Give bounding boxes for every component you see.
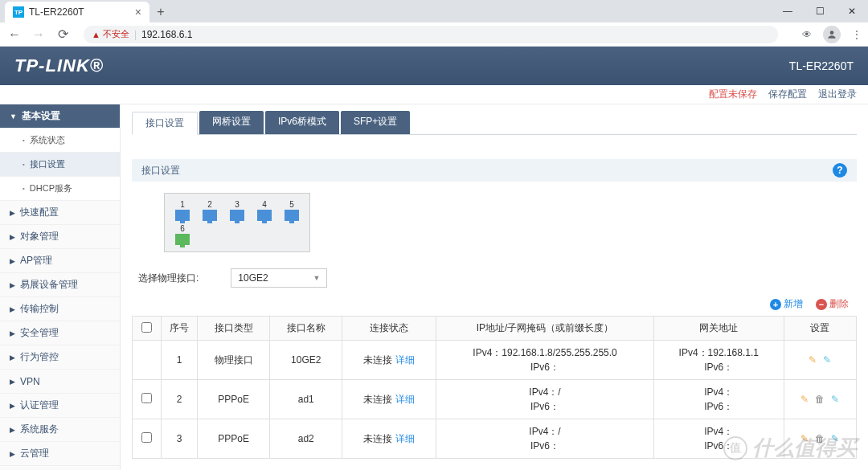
caret-icon: ▶ [10,209,15,217]
cell-no: 1 [162,341,198,380]
ethernet-port-icon [285,210,299,221]
back-icon[interactable]: ← [6,27,23,42]
content-tab[interactable]: 接口设置 [132,112,198,135]
detail-link[interactable]: 详细 [395,433,415,444]
model-label: TL-ER2260T [789,59,854,72]
sidebar-subitem[interactable]: •系统状态 [0,129,120,153]
add-button[interactable]: + 新增 [770,297,803,311]
sidebar-item[interactable]: ▶VPN [0,370,120,394]
edit-icon[interactable]: ✎ [809,354,817,366]
cell-name: ad1 [270,380,342,419]
sidebar-item[interactable]: ▶认证管理 [0,394,120,418]
cell-name: 10GE2 [270,341,342,380]
close-window-button[interactable]: ✕ [836,0,868,22]
sidebar-item[interactable]: ▶安全管理 [0,321,120,345]
detail-link[interactable]: 详细 [395,394,415,405]
content-tab[interactable]: SFP+设置 [341,111,410,134]
main-content: 接口设置网桥设置IPv6桥模式SFP+设置 接口设置 ? 12345 6 选择物… [121,104,868,470]
logout-link[interactable]: 退出登录 [818,88,857,101]
physical-port-label: 选择物理接口: [138,272,199,285]
sidebar-item[interactable]: ▶易展设备管理 [0,273,120,297]
caret-icon: ▶ [10,402,15,410]
row-checkbox[interactable] [141,393,152,403]
cell-type: 物理接口 [198,341,270,380]
delete-button[interactable]: − 删除 [816,297,849,311]
forward-icon[interactable]: → [31,27,47,42]
physical-port-select[interactable]: 10GE2 ▼ [231,268,327,288]
content-tab[interactable]: 网桥设置 [199,111,264,134]
unsaved-label: 配置未保存 [709,88,757,101]
sidebar-subitem[interactable]: •DHCP服务 [0,177,120,201]
browser-tab[interactable]: TP TL-ER2260T × [5,2,149,22]
ethernet-port-icon [175,234,190,245]
cell-status: 未连接详细 [342,380,436,419]
minimize-button[interactable]: — [772,0,804,22]
port-4[interactable]: 4 [256,200,272,221]
status-bar: 配置未保存 保存配置 退出登录 [0,85,868,104]
menu-icon[interactable]: ⋮ [852,29,862,40]
edit-icon[interactable]: ✎ [800,433,809,444]
select-all-checkbox[interactable] [141,322,152,333]
caret-icon: ▶ [10,233,15,241]
row-checkbox[interactable] [141,432,152,443]
incognito-icon[interactable]: 👁 [802,29,812,40]
new-tab-button[interactable]: + [149,2,172,22]
sidebar-item[interactable]: ▼基本设置 [0,104,120,129]
svg-point-0 [830,31,834,35]
ethernet-port-icon [175,210,190,221]
sidebar-item[interactable]: ▶行为管控 [0,345,120,370]
cell-ip: IPv4：192.168.1.8/255.255.255.0IPv6： [436,341,653,380]
column-header: 设置 [784,317,856,341]
help-icon[interactable]: ? [833,163,847,178]
row-actions: ✎✎ [788,354,853,366]
plus-icon: + [770,299,781,310]
save-config-link[interactable]: 保存配置 [768,88,807,101]
caret-icon: ▶ [10,281,15,289]
column-header: 接口类型 [198,317,270,341]
port-2[interactable]: 2 [202,200,218,221]
sidebar-item[interactable]: ▶AP管理 [0,249,120,273]
edit-icon[interactable]: ✎ [800,394,809,405]
port-3[interactable]: 3 [229,200,245,221]
sidebar-item[interactable]: ▶传输控制 [0,297,120,321]
port-1[interactable]: 1 [174,200,190,221]
ethernet-port-icon [230,210,244,221]
panel-title: 接口设置 [141,164,180,178]
column-header: 接口名称 [270,317,342,341]
sidebar-item[interactable]: ▶云管理 [0,442,120,466]
cell-gateway: IPv4：IPv6： [653,380,784,419]
profile-avatar[interactable] [823,26,841,43]
sidebar-subitem[interactable]: •接口设置 [0,153,120,177]
port-5[interactable]: 5 [284,200,300,221]
close-icon[interactable]: × [135,6,141,18]
column-header: IP地址/子网掩码（或前缀长度） [436,317,653,341]
link-icon[interactable]: ✎ [831,433,839,444]
panel-title-bar: 接口设置 ? [132,159,857,182]
maximize-button[interactable]: ☐ [804,0,836,22]
detail-link[interactable]: 详细 [395,354,415,366]
column-header: 序号 [162,317,198,341]
table-row: 1 物理接口 10GE2 未连接详细 IPv4：192.168.1.8/255.… [133,341,857,380]
cell-type: PPPoE [198,380,270,419]
cell-ip: IPv4：/IPv6： [436,419,653,459]
sidebar-item[interactable]: ▶系统工具 [0,466,120,470]
cell-name: ad2 [270,419,342,459]
cell-gateway: IPv4：192.168.1.1IPv6： [653,341,784,380]
content-tab[interactable]: IPv6桥模式 [265,111,339,134]
link-icon[interactable]: ✎ [823,354,831,366]
port-6[interactable]: 6 [174,224,190,245]
sidebar-item[interactable]: ▶对象管理 [0,225,120,249]
trash-icon[interactable]: 🗑 [815,433,825,444]
content-tabs: 接口设置网桥设置IPv6桥模式SFP+设置 [132,111,857,135]
link-icon[interactable]: ✎ [831,394,839,405]
url-input[interactable]: ▲ 不安全 | 192.168.6.1 [84,26,778,43]
caret-icon: ▶ [10,305,15,313]
tab-favicon: TP [13,6,24,18]
reload-icon[interactable]: ⟳ [55,27,71,42]
trash-icon[interactable]: 🗑 [815,394,825,405]
chevron-down-icon: ▼ [313,274,320,282]
sidebar-item[interactable]: ▶快速配置 [0,201,120,225]
sidebar-item[interactable]: ▶系统服务 [0,418,120,442]
sidebar: ▼基本设置•系统状态•接口设置•DHCP服务▶快速配置▶对象管理▶AP管理▶易展… [0,104,121,470]
table-row: 3 PPPoE ad2 未连接详细 IPv4：/IPv6： IPv4：IPv6：… [133,419,857,459]
